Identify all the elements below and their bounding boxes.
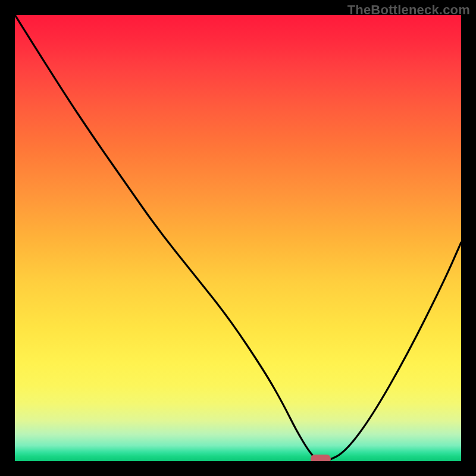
optimal-marker — [311, 455, 331, 462]
plot-area — [15, 15, 461, 461]
curve-svg — [15, 15, 461, 461]
watermark-text: TheBottleneck.com — [347, 2, 470, 18]
bottleneck-curve — [15, 15, 461, 461]
chart-frame: TheBottleneck.com — [0, 0, 476, 476]
